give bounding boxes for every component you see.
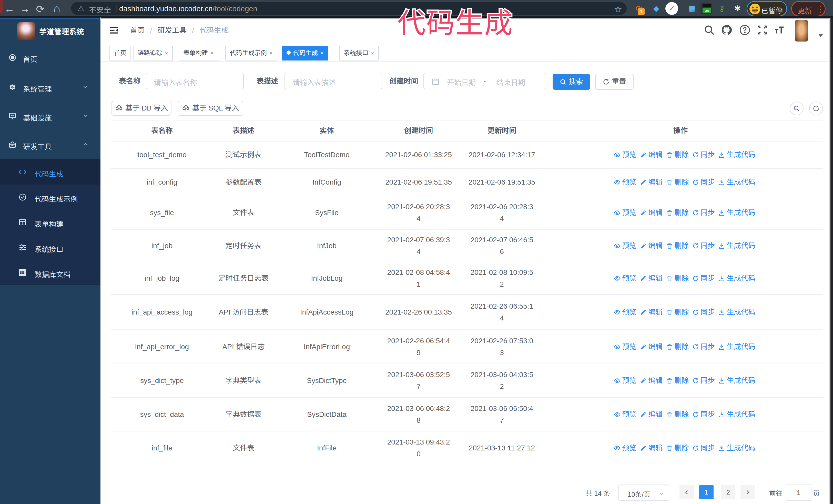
svg-text:代码生成: 代码生成 — [397, 2, 513, 41]
